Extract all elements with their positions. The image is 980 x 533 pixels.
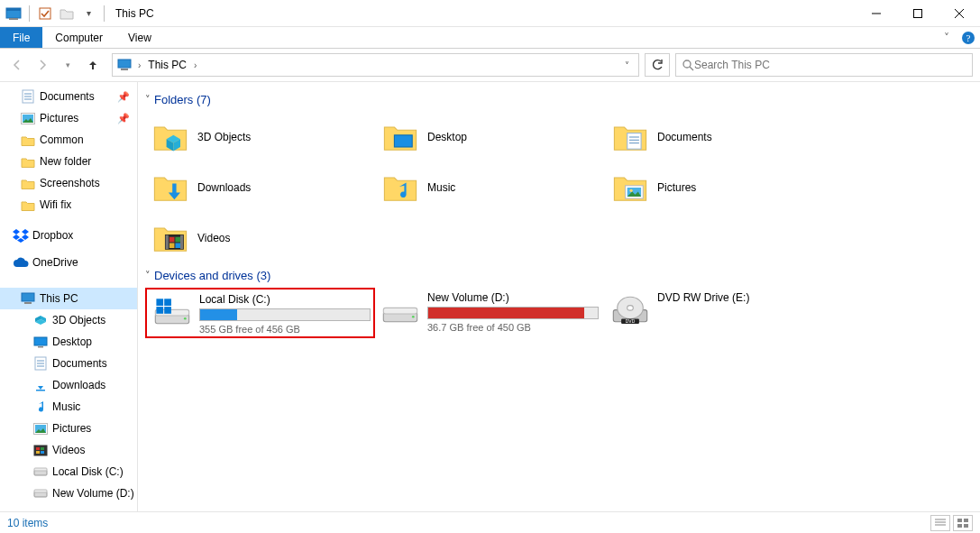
nav-up-button[interactable] bbox=[85, 57, 101, 73]
chevron-right-icon[interactable]: › bbox=[134, 60, 144, 70]
minimize-button[interactable] bbox=[856, 0, 897, 27]
nav-back-button[interactable] bbox=[9, 57, 25, 73]
folder-label: Music bbox=[427, 181, 455, 194]
desktop-icon bbox=[32, 334, 49, 350]
picture-icon bbox=[20, 110, 36, 126]
tab-computer[interactable]: Computer bbox=[42, 27, 115, 48]
maximize-button[interactable] bbox=[897, 0, 939, 27]
sidebar-item[interactable]: Pictures📌 bbox=[0, 107, 137, 129]
sidebar-item[interactable]: Videos bbox=[0, 439, 137, 461]
sidebar-item-label: Pictures bbox=[52, 422, 91, 435]
svg-rect-31 bbox=[34, 445, 48, 455]
drive-item[interactable]: New Volume (D:)36.7 GB free of 450 GB bbox=[375, 288, 605, 338]
sidebar-item[interactable]: Desktop bbox=[0, 331, 137, 353]
search-box[interactable] bbox=[675, 53, 973, 77]
svg-text:DVD: DVD bbox=[626, 319, 636, 324]
chevron-down-icon: ˅ bbox=[145, 94, 151, 106]
breadcrumb-thispc[interactable]: This PC bbox=[144, 59, 190, 71]
nav-forward-button[interactable] bbox=[34, 57, 50, 73]
sidebar-item[interactable]: Pictures bbox=[0, 418, 137, 439]
sidebar-item-label: New Volume (D:) bbox=[52, 487, 134, 500]
svg-rect-23 bbox=[38, 346, 43, 348]
tab-view[interactable]: View bbox=[115, 27, 164, 48]
svg-rect-33 bbox=[41, 447, 44, 450]
tab-file[interactable]: File bbox=[0, 27, 42, 48]
sidebar-item[interactable]: Dropbox bbox=[0, 225, 137, 246]
section-drives-header[interactable]: ˅ Devices and drives (3) bbox=[142, 263, 971, 288]
sidebar-item[interactable]: OneDrive bbox=[0, 252, 137, 273]
nav-recent-icon[interactable]: ▾ bbox=[60, 57, 76, 73]
svg-point-12 bbox=[683, 60, 691, 68]
drive-label: New Volume (D:) bbox=[427, 291, 600, 304]
new-folder-qat-icon[interactable] bbox=[57, 4, 77, 23]
ribbon-expand-icon[interactable]: ˅ bbox=[937, 27, 957, 48]
content-pane[interactable]: ˅ Folders (7) 3D ObjectsDesktopDocuments… bbox=[138, 82, 980, 511]
svg-rect-63 bbox=[383, 308, 417, 315]
sidebar-item[interactable]: New Volume (D:) bbox=[0, 482, 137, 504]
folder-item[interactable]: Videos bbox=[145, 213, 375, 263]
drive-free-space: 36.7 GB free of 450 GB bbox=[427, 322, 600, 333]
view-details-button[interactable] bbox=[930, 515, 950, 531]
disk-icon bbox=[32, 464, 49, 480]
music-icon bbox=[32, 399, 49, 415]
sidebar-item-this-pc[interactable]: This PC bbox=[0, 288, 137, 309]
sidebar-item[interactable]: Common bbox=[0, 129, 137, 151]
address-history-icon[interactable]: ˅ bbox=[621, 60, 633, 70]
sidebar-item[interactable]: Screenshots bbox=[0, 172, 137, 194]
address-bar[interactable]: › This PC › ˅ bbox=[112, 53, 639, 77]
svg-rect-75 bbox=[957, 524, 962, 528]
folder-item[interactable]: Music bbox=[375, 162, 605, 213]
svg-rect-34 bbox=[36, 451, 40, 454]
sidebar-item[interactable]: Music bbox=[0, 396, 137, 418]
titlebar: ▾ This PC bbox=[0, 0, 980, 27]
svg-rect-74 bbox=[964, 519, 968, 522]
sidebar-item-label: Videos bbox=[52, 444, 85, 456]
folder-item[interactable]: Downloads bbox=[145, 162, 375, 213]
close-button[interactable] bbox=[939, 0, 980, 27]
refresh-button[interactable] bbox=[645, 53, 670, 77]
document-icon bbox=[610, 117, 650, 157]
navigation-pane[interactable]: Documents📌Pictures📌CommonNew folderScree… bbox=[0, 82, 138, 511]
drive-item[interactable]: DVDDVD RW Drive (E:) bbox=[605, 288, 835, 338]
sidebar-item[interactable]: Wifi fix bbox=[0, 194, 137, 216]
properties-icon[interactable] bbox=[35, 4, 55, 23]
folder-icon bbox=[20, 153, 36, 170]
sidebar-item[interactable]: Documents bbox=[0, 353, 137, 374]
folder-item[interactable]: Desktop bbox=[375, 112, 605, 162]
drive-item[interactable]: Local Disk (C:)355 GB free of 456 GB bbox=[145, 288, 375, 338]
drive-usage-bar bbox=[199, 308, 371, 321]
folder-label: Downloads bbox=[197, 181, 251, 194]
folder-item[interactable]: Pictures bbox=[605, 162, 835, 213]
section-folders-header[interactable]: ˅ Folders (7) bbox=[142, 87, 971, 112]
svg-rect-40 bbox=[394, 135, 412, 147]
qat-customize-icon[interactable]: ▾ bbox=[78, 4, 98, 23]
svg-rect-51 bbox=[169, 237, 175, 243]
sidebar-item[interactable]: New folder bbox=[0, 151, 137, 172]
help-icon[interactable]: ? bbox=[957, 27, 980, 48]
svg-rect-5 bbox=[914, 9, 922, 17]
chevron-right-icon[interactable]: › bbox=[190, 60, 200, 70]
sidebar-item-label: This PC bbox=[40, 292, 78, 305]
address-pc-icon bbox=[114, 59, 134, 71]
sidebar-item[interactable]: Downloads bbox=[0, 374, 137, 396]
folder-item[interactable]: Documents bbox=[605, 112, 835, 162]
sidebar-item-label: Common bbox=[40, 133, 84, 146]
sidebar-item[interactable]: Local Disk (C:) bbox=[0, 461, 137, 482]
svg-rect-22 bbox=[34, 337, 47, 345]
sidebar-item[interactable]: Documents📌 bbox=[0, 86, 137, 107]
sidebar-item[interactable]: 3D Objects bbox=[0, 309, 137, 331]
search-input[interactable] bbox=[694, 59, 966, 71]
svg-rect-21 bbox=[24, 302, 32, 304]
picture-icon bbox=[610, 168, 650, 207]
svg-rect-53 bbox=[169, 244, 175, 249]
3d-icon bbox=[32, 312, 49, 328]
window-title: This PC bbox=[108, 7, 154, 20]
video-icon bbox=[151, 218, 190, 258]
desktop-icon bbox=[380, 117, 420, 157]
svg-rect-35 bbox=[41, 451, 44, 454]
view-icons-button[interactable] bbox=[953, 515, 973, 531]
pc-icon bbox=[20, 290, 36, 307]
folder-item[interactable]: 3D Objects bbox=[145, 112, 375, 162]
quick-access-toolbar: ▾ bbox=[0, 4, 108, 23]
download-icon bbox=[32, 377, 49, 393]
